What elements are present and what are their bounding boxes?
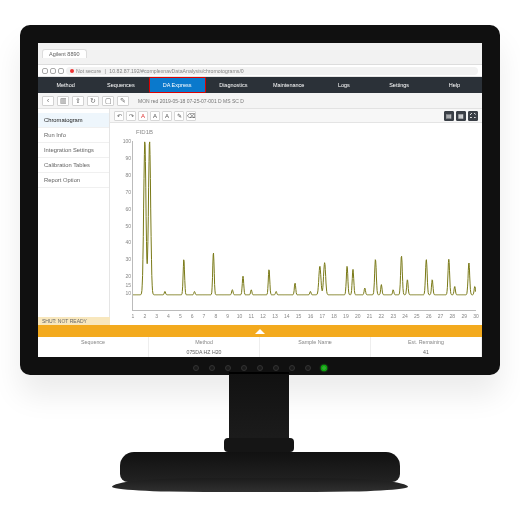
ytick: 90 — [115, 155, 131, 161]
xtick: 21 — [367, 313, 373, 319]
xtick: 16 — [308, 313, 314, 319]
xtick: 4 — [167, 313, 170, 319]
ytick: 30 — [115, 256, 131, 262]
refresh-icon[interactable]: ↻ — [87, 96, 99, 106]
ytick: 50 — [115, 223, 131, 229]
sequence-label: Sequence — [38, 337, 149, 347]
doc-arrow-icon[interactable]: ⇪ — [72, 96, 84, 106]
footer-headers: Sequence MethodSample NameEst. Remaining — [38, 337, 482, 347]
page-icon[interactable]: ✎ — [117, 96, 129, 106]
chart-tool-redo-icon[interactable]: ↷ — [126, 111, 136, 121]
monitor-base — [120, 450, 400, 496]
nav-tab-diagnostics[interactable]: Diagnostics — [206, 77, 261, 93]
footer-header: Sample Name — [260, 337, 371, 347]
ytick: 40 — [115, 239, 131, 245]
chart-toolbar: ↶↷AAA✎⌫▤▦⛶ — [110, 109, 482, 123]
browser-tab[interactable]: Agilent 8890 — [42, 49, 87, 58]
doc-icon[interactable]: ▥ — [57, 96, 69, 106]
nav-tab-method[interactable]: Method — [38, 77, 93, 93]
nav-tab-settings[interactable]: Settings — [372, 77, 427, 93]
xtick: 23 — [390, 313, 396, 319]
chromatogram-plot[interactable]: 1015203040506070809010012345678910111213… — [132, 141, 476, 311]
status-warning: SHUT: NOT READY — [38, 317, 110, 325]
footer-header: Est. Remaining — [371, 337, 482, 347]
chevron-left-icon[interactable]: ‹ — [42, 96, 54, 106]
url-text: 10.82.87.192/#complexnavDataAnalysis/chr… — [109, 68, 243, 74]
xtick: 26 — [426, 313, 432, 319]
chart-tool-a-icon[interactable]: A — [162, 111, 172, 121]
chart-view-grid-icon[interactable]: ▦ — [456, 111, 466, 121]
ytick: 80 — [115, 172, 131, 178]
forward-icon[interactable] — [50, 68, 56, 74]
sidebar-item-report-option[interactable]: Report Option — [38, 173, 109, 188]
square-icon[interactable]: ▢ — [102, 96, 114, 106]
chromatogram-trace — [133, 141, 476, 310]
footer-value: 075DA HZ H20 — [149, 347, 260, 357]
sidebar-item-chromatogram[interactable]: Chromatogram — [38, 113, 109, 128]
chart-tool-ared-icon[interactable]: A — [138, 111, 148, 121]
back-icon[interactable] — [42, 68, 48, 74]
xtick: 11 — [248, 313, 254, 319]
footer-values: 075DA HZ H2041 — [38, 347, 482, 357]
file-toolbar: ‹▥⇪↻▢✎ MON red 2019-05-18 07-25-07-001 D… — [38, 93, 482, 109]
power-led — [321, 365, 327, 371]
breadcrumb: MON red 2019-05-18 07-25-07-001 D MS SC … — [138, 98, 244, 104]
xtick: 13 — [272, 313, 278, 319]
xtick: 9 — [226, 313, 229, 319]
nav-tab-maintenance[interactable]: Maintenance — [261, 77, 316, 93]
ytick: 60 — [115, 206, 131, 212]
sidebar: ChromatogramRun InfoIntegration Settings… — [38, 109, 110, 325]
app-nav: MethodSequencesDA ExpressDiagnosticsMain… — [38, 77, 482, 93]
security-text: Not secure — [76, 68, 101, 74]
ytick: 100 — [115, 138, 131, 144]
nav-tab-logs[interactable]: Logs — [316, 77, 371, 93]
nav-tab-help[interactable]: Help — [427, 77, 482, 93]
chart-view-fullscreen-icon[interactable]: ⛶ — [468, 111, 478, 121]
xtick: 18 — [331, 313, 337, 319]
chart-view-layers-icon[interactable]: ▤ — [444, 111, 454, 121]
urlbar[interactable]: Not secure | 10.82.87.192/#complexnavDat… — [66, 67, 478, 75]
footer: Sequence MethodSample NameEst. Remaining… — [38, 325, 482, 357]
xtick: 8 — [214, 313, 217, 319]
reload-icon[interactable] — [58, 68, 64, 74]
browser-chrome: Agilent 8890 — [38, 43, 482, 65]
xtick: 30 — [473, 313, 479, 319]
chart-tool-a-icon[interactable]: A — [150, 111, 160, 121]
xtick: 6 — [191, 313, 194, 319]
monitor-buttons — [193, 365, 327, 371]
chart-tool-erase-icon[interactable]: ⌫ — [186, 111, 196, 121]
xtick: 14 — [284, 313, 290, 319]
xtick: 5 — [179, 313, 182, 319]
sidebar-item-run-info[interactable]: Run Info — [38, 128, 109, 143]
xtick: 15 — [296, 313, 302, 319]
chart-tool-pencil-icon[interactable]: ✎ — [174, 111, 184, 121]
ytick: 10 — [115, 290, 131, 296]
xtick: 24 — [402, 313, 408, 319]
xtick: 2 — [143, 313, 146, 319]
sidebar-item-calibration-tables[interactable]: Calibration Tables — [38, 158, 109, 173]
ytick: 70 — [115, 189, 131, 195]
xtick: 22 — [379, 313, 385, 319]
nav-tab-sequences[interactable]: Sequences — [93, 77, 148, 93]
xtick: 7 — [203, 313, 206, 319]
xtick: 10 — [237, 313, 243, 319]
sidebar-item-integration-settings[interactable]: Integration Settings — [38, 143, 109, 158]
ytick: 15 — [115, 282, 131, 288]
ytick: 20 — [115, 273, 131, 279]
expand-bar[interactable] — [38, 325, 482, 337]
browser-urlbar-row: Not secure | 10.82.87.192/#complexnavDat… — [38, 65, 482, 77]
nav-tab-da-express[interactable]: DA Express — [149, 77, 206, 93]
monitor-bezel: Agilent 8890 Not secure | 10.82.87.192/#… — [20, 25, 500, 375]
xtick: 3 — [155, 313, 158, 319]
footer-value — [260, 347, 371, 357]
xtick: 29 — [461, 313, 467, 319]
xtick: 1 — [132, 313, 135, 319]
chart-area: FID1B 1015203040506070809010012345678910… — [110, 123, 482, 325]
main-panel: ↶↷AAA✎⌫▤▦⛶ FID1B 10152030405060708090100… — [110, 109, 482, 325]
xtick: 27 — [438, 313, 444, 319]
sequence-value — [38, 347, 149, 357]
xtick: 12 — [260, 313, 266, 319]
chart-tool-undo-icon[interactable]: ↶ — [114, 111, 124, 121]
xtick: 25 — [414, 313, 420, 319]
security-warning-icon — [70, 69, 74, 73]
